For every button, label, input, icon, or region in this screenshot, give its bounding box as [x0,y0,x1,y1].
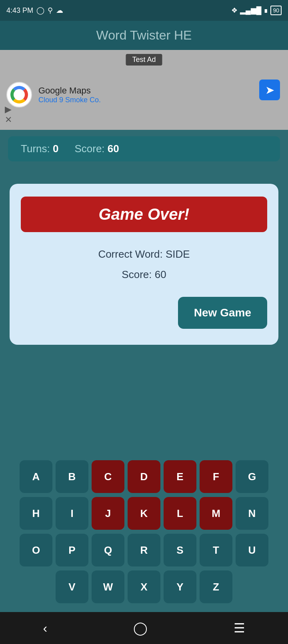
ad-navigate-icon[interactable]: ➤ [259,80,280,100]
ad-company-subtitle: Cloud 9 Smoke Co. [38,96,101,104]
app-title-bar: Word Twister HE [0,21,288,50]
key-g[interactable]: G [236,460,268,493]
turns-value: 0 [53,143,58,155]
status-bar: 4:43 PM ◯ ⚲ ☁ ❖ ▂▄▆█ ∎ 90 [0,0,288,21]
dialog-info: Correct Word: SIDE Score: 60 [21,248,267,281]
key-h[interactable]: H [20,497,52,530]
ad-close-icons: ▶ ✕ [5,105,12,124]
google-logo [6,82,32,107]
key-r[interactable]: R [128,534,160,566]
keyboard-row-0: ABCDEFG [3,460,285,493]
cloud-icon: ☁ [56,6,63,15]
keyboard: ABCDEFGHIJKLMNOPQRSTUVWXYZ [0,455,288,612]
key-b[interactable]: B [56,460,88,493]
app-title: Word Twister HE [0,28,288,43]
ad-company-name: Google Maps [38,85,101,96]
game-over-banner: Game Over! [21,197,267,232]
time-display: 4:43 PM [6,6,33,15]
game-over-text: Game Over! [99,205,190,223]
key-z[interactable]: Z [200,570,232,603]
turns-display: Turns: 0 [21,143,58,155]
google-ring-icon [10,86,28,103]
key-w[interactable]: W [92,570,124,603]
key-l[interactable]: L [164,497,196,530]
turns-label: Turns: [21,143,50,155]
key-s[interactable]: S [164,534,196,566]
key-e[interactable]: E [164,460,196,493]
key-t[interactable]: T [200,534,232,566]
back-button[interactable]: ‹ [43,621,47,636]
score-label: Score: [74,143,104,155]
score-value: 60 [108,143,119,155]
key-p[interactable]: P [56,534,88,566]
key-k[interactable]: K [128,497,160,530]
key-y[interactable]: Y [164,570,196,603]
key-c[interactable]: C [92,460,124,493]
key-a[interactable]: A [20,460,52,493]
key-q[interactable]: Q [92,534,124,566]
dialog-score-display: Score: 60 [21,268,267,281]
battery-value: 90 [273,7,279,14]
key-x[interactable]: X [128,570,160,603]
signal-icon: ▂▄▆█ [240,6,262,15]
ad-x-icon[interactable]: ✕ [5,115,12,124]
key-n[interactable]: N [236,497,268,530]
correct-word-display: Correct Word: SIDE [21,248,267,260]
usb-icon: ⚲ [48,6,53,15]
key-i[interactable]: I [56,497,88,530]
status-right: ❖ ▂▄▆█ ∎ 90 [231,6,282,15]
score-display: Score: 60 [74,143,119,155]
bottom-nav: ‹ ◯ ☰ [0,612,288,644]
key-m[interactable]: M [200,497,232,530]
vibrate-icon: ❖ [231,6,238,15]
key-v[interactable]: V [56,570,88,603]
new-game-button[interactable]: New Game [178,297,267,329]
ad-play-icon: ▶ [5,105,12,114]
keyboard-row-1: HIJKLMN [3,497,285,530]
ad-text: Google Maps Cloud 9 Smoke Co. [38,85,101,104]
battery-indicator: 90 [270,6,282,15]
key-o[interactable]: O [20,534,52,566]
key-j[interactable]: J [92,497,124,530]
whatsapp-icon: ◯ [36,6,44,15]
menu-button[interactable]: ☰ [234,620,245,636]
key-u[interactable]: U [236,534,268,566]
ad-banner[interactable]: Test Ad Google Maps Cloud 9 Smoke Co. ➤ … [0,50,288,130]
keyboard-row-3: VWXYZ [3,570,285,603]
wifi-icon: ∎ [264,6,268,15]
keyboard-row-2: OPQRSTU [3,534,285,566]
game-over-dialog: Game Over! Correct Word: SIDE Score: 60 … [10,184,278,345]
ad-label: Test Ad [126,54,162,66]
home-button[interactable]: ◯ [133,620,148,636]
key-d[interactable]: D [128,460,160,493]
status-left: 4:43 PM ◯ ⚲ ☁ [6,6,63,15]
score-bar: Turns: 0 Score: 60 [8,136,280,161]
key-f[interactable]: F [200,460,232,493]
